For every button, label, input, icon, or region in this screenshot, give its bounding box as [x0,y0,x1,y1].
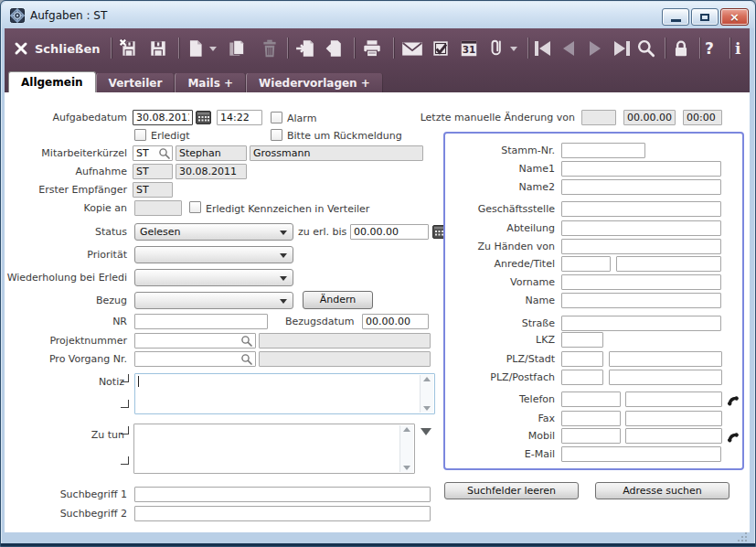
import-button[interactable] [295,36,315,61]
print-button[interactable] [361,36,383,61]
telefon-vorwahl-input[interactable] [561,391,621,407]
delete-record-button[interactable] [261,36,279,61]
suchbegriff2-input[interactable] [134,506,431,521]
new-record-dropdown-icon[interactable] [209,47,217,51]
info-button[interactable]: i [735,36,740,61]
anrede-input[interactable] [561,256,611,272]
postfach-input[interactable] [609,370,722,385]
aufgabedatum-input[interactable] [133,110,193,125]
titel-input[interactable] [616,256,721,272]
adresse-suchen-button[interactable]: Adresse suchen [595,482,729,499]
title-bar[interactable]: Aufgaben : ST × [2,2,754,28]
copy-record-button[interactable] [227,36,247,61]
bezug-label: Bezug [96,295,127,306]
name1-input[interactable] [561,161,721,177]
zu-tun-textarea[interactable] [133,424,415,474]
bezug-dropdown[interactable] [134,292,293,309]
mobil-dial-icon[interactable] [725,429,739,443]
pro-vorgang-input[interactable] [134,351,256,367]
close-form-button[interactable]: Schließen [14,36,100,61]
aendern-button[interactable]: Ändern [303,291,373,309]
zu-tun-linebreak-bottom-icon [121,456,129,465]
strasse-input[interactable] [561,316,721,331]
zu-erl-bis-input[interactable] [350,224,429,240]
stamm-nr-input[interactable] [561,143,645,158]
suchfelder-leeren-button[interactable]: Suchfelder leeren [444,482,579,499]
projektnummer-lookup-icon[interactable] [240,335,253,348]
scroll-down-icon[interactable] [423,406,431,411]
calendar-button[interactable]: 31 [459,36,479,61]
email-button[interactable] [400,36,424,61]
telefon-dial-icon[interactable] [725,392,739,406]
maximize-button[interactable] [691,8,719,26]
lkz-label: LKZ [536,334,555,346]
bezugsdatum-input[interactable] [362,314,429,329]
telefon-input[interactable] [625,391,722,407]
tab-wiedervorlagen[interactable]: Wiedervorlagen + [246,73,383,92]
lkz-input[interactable] [561,332,603,348]
attachment-button[interactable] [486,36,517,61]
export-button[interactable] [323,36,343,61]
projektnummer-input[interactable] [134,333,256,349]
scroll-up-icon[interactable] [423,377,431,381]
svg-text:31: 31 [463,44,476,55]
name2-input[interactable] [561,179,721,195]
abteilung-input[interactable] [561,220,721,236]
resize-grip[interactable] [738,532,747,542]
erledigt-checkbox[interactable] [134,129,146,141]
zu-tun-scrollbar[interactable] [399,425,413,472]
previous-record-button[interactable] [563,36,574,61]
prioritaet-dropdown[interactable] [134,246,293,263]
tab-allgemein[interactable]: Allgemein [8,71,96,92]
scroll-up-icon[interactable] [403,427,410,432]
time-input[interactable] [217,110,262,125]
last-record-button[interactable] [614,36,630,61]
mitarbeiter-lookup-icon[interactable] [158,147,171,160]
nr-input[interactable] [134,314,268,329]
rueckmeldung-checkbox[interactable] [271,129,282,141]
zu-tun-dropdown-arrow-icon[interactable] [421,428,431,435]
fax-vorwahl-input[interactable] [561,411,621,426]
mobil-vorwahl-input[interactable] [561,428,621,444]
next-record-button[interactable] [590,36,601,61]
attachment-dropdown-icon[interactable] [510,47,517,51]
search-button[interactable] [635,36,657,61]
new-record-button[interactable] [186,36,217,61]
geschaeftsstelle-input[interactable] [561,201,721,217]
notiz-scrollbar[interactable] [420,375,433,413]
zu-haenden-input[interactable] [561,239,721,254]
last-record-icon [626,41,630,56]
erledigt-kennzeichen-checkbox[interactable] [189,201,201,213]
pro-vorgang-lookup-icon[interactable] [240,353,253,366]
close-window-button[interactable]: × [720,8,749,26]
fax-input[interactable] [625,411,722,426]
plz-input[interactable] [561,351,603,367]
first-record-button[interactable] [535,36,550,61]
lock-button[interactable] [671,36,691,61]
aufgabedatum-calendar-icon[interactable] [196,111,211,124]
email-input[interactable] [561,446,721,462]
letzte-aenderung-kuerzel-field [581,110,616,125]
mitarbeiter-nachname-field [250,145,423,161]
projektnummer-label: Projektnummer [49,335,127,347]
notiz-textarea[interactable] [134,373,435,414]
alarm-checkbox[interactable] [271,112,282,123]
name-input[interactable] [561,293,721,308]
bezug-dropdown-arrow-icon [280,299,287,304]
vorname-input[interactable] [561,274,721,290]
postfach-plz-input[interactable] [561,370,603,385]
wiederholung-dropdown[interactable] [134,269,293,286]
save-and-close-button[interactable] [119,36,139,61]
help-button[interactable]: ? [705,36,714,61]
projekt-bezeichnung-field [259,333,431,349]
save-button[interactable] [148,36,168,61]
suchbegriff1-input[interactable] [134,487,431,502]
minimize-button[interactable] [662,8,689,26]
tab-mails[interactable]: Mails + [175,73,246,92]
tab-verteiler[interactable]: Verteiler [96,73,176,92]
stadt-input[interactable] [609,351,722,367]
scroll-down-icon[interactable] [403,466,410,470]
task-check-button[interactable] [431,36,451,61]
status-dropdown[interactable]: Gelesen [134,223,293,241]
mobil-input[interactable] [625,428,722,444]
